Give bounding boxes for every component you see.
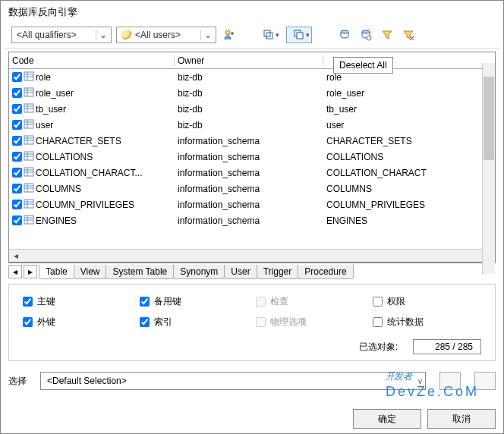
option-stat-checkbox[interactable]	[373, 317, 383, 327]
ok-button[interactable]: 确定	[353, 409, 421, 429]
options-panel: 主键 备用键 检查 权限 外键 索引 物理选项 统计数据 已选对象: 285 /…	[8, 284, 496, 361]
funnel-icon	[381, 29, 393, 41]
option-ak[interactable]: 备用键	[140, 295, 249, 308]
cancel-button[interactable]: 取消	[427, 409, 496, 429]
selection-dropdown[interactable]: <Default Selection>	[40, 372, 426, 390]
table-icon	[24, 134, 34, 147]
table-row[interactable]: role_userbiz-dbrole_user	[9, 85, 495, 101]
option-perm-checkbox[interactable]	[373, 297, 383, 307]
table-row[interactable]: COLLATIONSinformation_schemaCOLLATIONS	[9, 149, 495, 165]
svg-rect-4	[297, 33, 303, 39]
filter-button[interactable]	[379, 27, 395, 43]
tabs-prev[interactable]: ◂	[8, 265, 22, 278]
table-row[interactable]: ENGINESinformation_schemaENGINES	[9, 212, 495, 228]
option-ak-label: 备用键	[154, 295, 181, 308]
tab-table[interactable]: Table	[39, 265, 74, 279]
toolbar: <All qualifiers> ⌄ <All users> ⌄	[4, 24, 500, 49]
option-perm[interactable]: 权限	[373, 295, 482, 308]
table-icon	[24, 118, 34, 131]
scroll-left-icon[interactable]: ◂	[9, 250, 22, 263]
table-row[interactable]: tb_userbiz-dbtb_user	[9, 101, 495, 117]
tool-button-1[interactable]	[336, 27, 353, 43]
table-icon	[24, 86, 34, 99]
row-checkbox[interactable]	[12, 88, 22, 98]
qualifiers-dropdown[interactable]: <All qualifiers> ⌄	[11, 27, 112, 43]
chevron-down-icon: ⌄	[200, 30, 214, 40]
option-pk-checkbox[interactable]	[23, 297, 33, 307]
row-checkbox[interactable]	[12, 168, 22, 178]
tooltip-deselect-all: Deselect All	[333, 57, 393, 74]
object-table: Code Owner rolebiz-dbrolerole_userbiz-db…	[8, 52, 496, 263]
option-pk[interactable]: 主键	[23, 295, 132, 308]
tab-view[interactable]: View	[74, 265, 107, 279]
dialog-footer: 确定 取消	[8, 409, 496, 429]
row-checkbox[interactable]	[12, 200, 22, 209]
select-all-button[interactable]	[256, 27, 282, 43]
deselect-all-button[interactable]	[286, 27, 312, 43]
selection-btn-1[interactable]	[439, 372, 461, 390]
table-row[interactable]: COLLATION_CHARACT...information_schemaCO…	[9, 165, 495, 181]
option-ak-checkbox[interactable]	[140, 297, 150, 307]
tool-button-2[interactable]	[358, 27, 374, 43]
option-phys-checkbox	[256, 317, 266, 327]
option-pk-label: 主键	[37, 295, 55, 308]
row-owner: information_schema	[175, 184, 323, 194]
row-nm: COLUMNS	[323, 184, 495, 194]
row-code: COLLATIONS	[36, 152, 93, 162]
vertical-scrollbar[interactable]	[482, 63, 495, 274]
tabs-next[interactable]: ▸	[24, 265, 37, 278]
option-stat[interactable]: 统计数据	[373, 316, 482, 329]
row-nm: CHARACTER_SETS	[323, 136, 495, 146]
col-owner[interactable]: Owner	[175, 55, 323, 66]
table-row[interactable]: CHARACTER_SETSinformation_schemaCHARACTE…	[9, 133, 495, 149]
svg-point-6	[362, 30, 370, 33]
tab-synonym[interactable]: Synonym	[173, 265, 225, 279]
svg-rect-1	[264, 30, 270, 36]
row-owner: information_schema	[175, 200, 323, 210]
svg-point-0	[225, 30, 230, 35]
users-dropdown[interactable]: <All users> ⌄	[116, 27, 216, 43]
row-checkbox[interactable]	[12, 215, 22, 225]
option-idx[interactable]: 索引	[140, 316, 249, 329]
row-nm: COLUMN_PRIVILEGES	[323, 200, 495, 210]
table-row[interactable]: COLUMNSinformation_schemaCOLUMNS	[9, 181, 495, 197]
row-checkbox[interactable]	[12, 184, 22, 193]
table-row[interactable]: COLUMN_PRIVILEGESinformation_schemaCOLUM…	[9, 197, 495, 212]
option-fk[interactable]: 外键	[23, 316, 132, 329]
row-code: CHARACTER_SETS	[36, 136, 121, 146]
tab-procedure[interactable]: Procedure	[298, 265, 353, 279]
tab-user[interactable]: User	[224, 265, 257, 279]
row-checkbox[interactable]	[12, 136, 22, 146]
row-owner: biz-db	[175, 104, 323, 115]
row-checkbox[interactable]	[12, 72, 22, 82]
row-checkbox[interactable]	[12, 152, 22, 162]
row-owner: information_schema	[175, 168, 323, 178]
tab-system-table[interactable]: System Table	[106, 265, 174, 279]
row-owner: biz-db	[175, 120, 323, 131]
col-code[interactable]: Code	[9, 55, 175, 66]
table-row[interactable]: userbiz-dbuser	[9, 117, 495, 133]
option-perm-label: 权限	[387, 295, 405, 308]
row-checkbox[interactable]	[12, 104, 22, 114]
row-code: ENGINES	[36, 215, 77, 226]
table-row[interactable]: rolebiz-dbrole	[9, 69, 495, 85]
option-phys-label: 物理选项	[270, 316, 307, 329]
row-code: COLUMN_PRIVILEGES	[36, 200, 134, 210]
tab-trigger[interactable]: Trigger	[257, 265, 299, 279]
table-icon	[24, 198, 34, 211]
row-checkbox[interactable]	[12, 120, 22, 130]
option-fk-checkbox[interactable]	[23, 317, 33, 327]
row-code: role_user	[36, 88, 74, 99]
user-add-button[interactable]	[221, 27, 238, 43]
row-nm: tb_user	[323, 104, 495, 115]
db-icon	[339, 29, 351, 41]
option-fk-label: 外键	[37, 316, 55, 329]
option-idx-checkbox[interactable]	[140, 317, 150, 327]
option-phys: 物理选项	[256, 316, 365, 329]
selection-btn-2[interactable]	[474, 372, 496, 390]
horizontal-scrollbar[interactable]: ◂ ▸	[9, 249, 495, 262]
row-nm: ENGINES	[323, 215, 495, 226]
filter-clear-button[interactable]	[400, 27, 417, 43]
row-owner: information_schema	[175, 136, 323, 146]
table-icon	[24, 166, 34, 179]
